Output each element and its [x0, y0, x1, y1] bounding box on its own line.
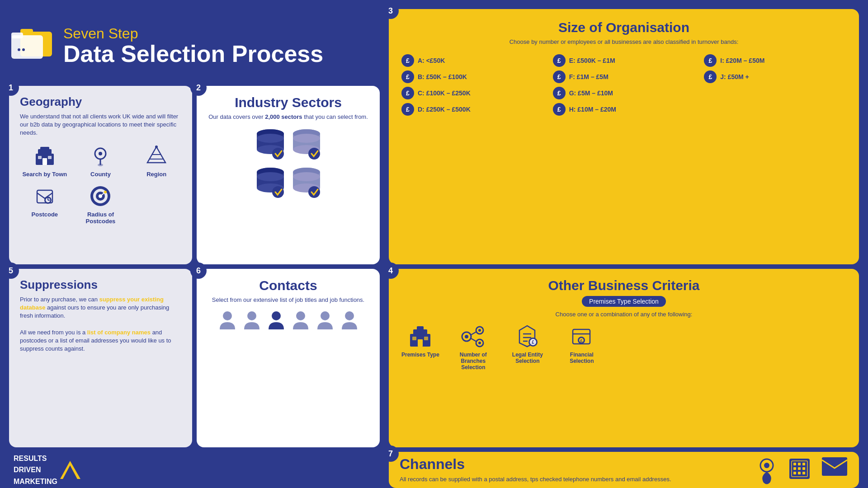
brand-text: RESULTS DRIVEN MARKETING	[14, 453, 57, 488]
header-text: Seven Step Data Selection Process	[63, 25, 323, 66]
step3-badge: 3	[382, 3, 399, 19]
svg-point-59	[321, 311, 330, 320]
contact-icons	[219, 310, 358, 331]
geo-icon-town: Search by Town	[20, 144, 70, 178]
geo-icon-radius: Radius of Postcodes	[76, 184, 126, 225]
step2-box: 2 Industry Sectors Our data covers over …	[197, 86, 380, 264]
svg-text:£: £	[580, 338, 583, 343]
criteria-legal: £ Legal Entity Selection	[507, 324, 548, 364]
svg-point-13	[99, 152, 102, 155]
svg-rect-100	[793, 472, 796, 474]
svg-point-41	[293, 134, 320, 143]
step3-box: 3 Size of Organisation Choose by number …	[389, 9, 859, 264]
svg-rect-2	[11, 35, 43, 59]
criteria-branches: Number of Branches Selection	[453, 324, 494, 371]
size-item-c: £ C: £100K – £250K	[401, 87, 544, 99]
svg-rect-95	[798, 463, 801, 465]
step6-body: Select from our extensive list of job ti…	[212, 296, 364, 304]
svg-rect-10	[38, 156, 42, 159]
geo-label-region: Region	[146, 171, 166, 178]
step3-body: Choose by number or employees or all bus…	[401, 38, 846, 46]
step6-title: Contacts	[259, 278, 317, 293]
criteria-financial: £ Financial Selection	[561, 324, 602, 364]
step1-step2-row: 1 Geography We understand that not all c…	[9, 86, 380, 264]
header-subtitle: Seven Step	[63, 25, 323, 42]
size-item-d: £ D: £250K – £500K	[401, 103, 544, 116]
svg-rect-102	[802, 472, 805, 474]
svg-rect-66	[424, 337, 428, 340]
svg-rect-11	[48, 156, 52, 159]
svg-rect-98	[798, 467, 801, 470]
step4-title: Other Business Criteria	[401, 278, 846, 293]
svg-line-73	[471, 332, 476, 335]
geo-icon-postcode: Postcode	[20, 184, 70, 225]
step7-body: All records can be supplied with a posta…	[400, 475, 742, 483]
svg-rect-64	[418, 339, 423, 347]
step1-badge: 1	[3, 80, 19, 96]
step7-badge: 7	[382, 446, 399, 462]
svg-point-58	[296, 311, 305, 320]
step4-body: Choose one or a combination of any of th…	[401, 310, 846, 319]
svg-point-57	[272, 311, 281, 320]
criteria-financial-label: Financial Selection	[561, 352, 602, 364]
size-item-f: £ F: £1M – £5M	[553, 70, 695, 83]
svg-point-30	[104, 191, 107, 193]
svg-point-48	[272, 186, 284, 198]
step5-body2: All we need from you is a list of compan…	[20, 328, 181, 353]
svg-point-36	[272, 148, 284, 160]
svg-rect-8	[40, 147, 49, 152]
step7-box: 7 Channels All records can be supplied w…	[389, 452, 859, 488]
geo-icons-grid: Search by Town County	[20, 144, 181, 225]
criteria-premises-label: Premises Type	[401, 352, 439, 358]
svg-point-70	[478, 329, 481, 332]
svg-point-60	[345, 311, 354, 320]
header-icon	[9, 23, 54, 68]
svg-point-56	[247, 311, 256, 320]
size-item-j: £ J: £50M +	[704, 70, 846, 83]
header: Seven Step Data Selection Process	[9, 9, 380, 81]
svg-point-5	[22, 48, 25, 51]
svg-point-72	[478, 342, 481, 344]
geo-label-radius: Radius of Postcodes	[76, 211, 126, 225]
svg-rect-3	[11, 33, 23, 38]
size-item-i: £ I: £20M – £50M	[704, 54, 846, 67]
step7-title: Channels	[400, 456, 742, 473]
geo-icon-region: Region	[132, 144, 181, 178]
step5-title: Suppressions	[20, 278, 181, 292]
geo-label-town: Search by Town	[22, 171, 67, 178]
step2-badge: 2	[190, 80, 207, 96]
geo-label-postcode: Postcode	[32, 211, 58, 218]
step5-step6-row: 5 Suppressions Prior to any purchase, we…	[9, 269, 380, 447]
svg-point-55	[223, 311, 232, 320]
svg-text:£: £	[532, 340, 535, 345]
step4-badge: 4	[382, 263, 399, 279]
criteria-legal-label: Legal Entity Selection	[507, 352, 548, 364]
step6-badge: 6	[190, 263, 207, 279]
step2-title: Industry Sectors	[235, 95, 342, 110]
svg-point-53	[293, 172, 320, 181]
svg-point-15	[98, 164, 103, 166]
db-icons	[255, 126, 322, 198]
criteria-premises: Premises Type	[401, 324, 439, 358]
svg-rect-99	[802, 467, 805, 470]
step5-badge: 5	[3, 263, 19, 279]
geo-label-county: County	[90, 171, 111, 178]
svg-line-74	[471, 338, 476, 342]
step1-title: Geography	[20, 95, 181, 109]
svg-point-42	[308, 148, 320, 160]
step3-title: Size of Organisation	[401, 20, 846, 35]
svg-rect-97	[793, 467, 796, 470]
step6-box: 6 Contacts Select from our extensive lis…	[197, 269, 380, 447]
step1-body: We understand that not all clients work …	[20, 113, 181, 137]
size-grid: £ A: <£50K £ E: £500K – £1M £ I: £20M – …	[401, 54, 846, 116]
svg-point-19	[155, 145, 158, 148]
svg-rect-96	[802, 463, 805, 465]
step1-box: 1 Geography We understand that not all c…	[9, 86, 192, 264]
svg-rect-9	[42, 158, 47, 165]
svg-point-68	[465, 335, 468, 338]
svg-rect-94	[793, 463, 796, 465]
size-item-h: £ H: £10M – £20M	[553, 103, 695, 116]
svg-point-4	[18, 48, 20, 51]
header-title: Data Selection Process	[63, 42, 323, 66]
premises-badge: Premises Type Selection	[582, 296, 666, 307]
